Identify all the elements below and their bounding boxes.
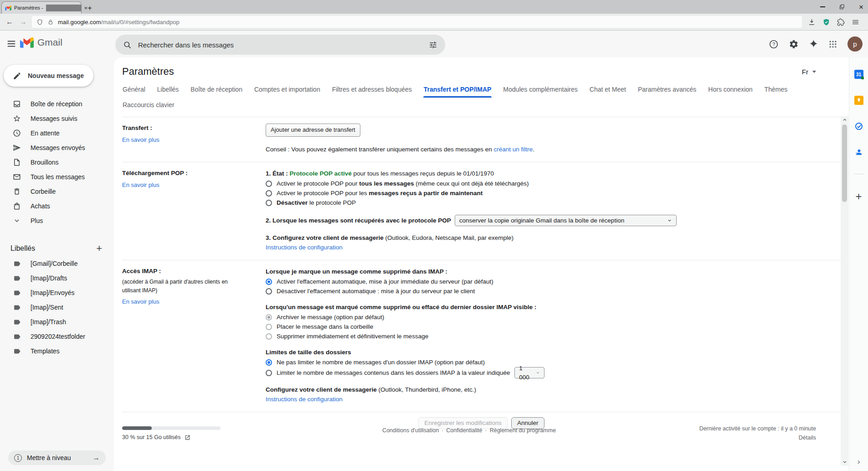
search-filter-icon[interactable] bbox=[429, 41, 437, 49]
forwarding-learn-more-link[interactable]: En savoir plus bbox=[122, 135, 159, 145]
sidebar-item-purchases[interactable]: Achats bbox=[0, 199, 114, 213]
pop-option-disable[interactable]: Désactiver le protocole POP bbox=[266, 198, 841, 207]
create-label-icon[interactable]: + bbox=[96, 243, 102, 254]
radio-unselected-disabled[interactable] bbox=[266, 324, 272, 330]
language-selector[interactable]: Fr bbox=[802, 68, 816, 76]
tab-keyboard-shortcuts[interactable]: Raccourcis clavier bbox=[122, 98, 175, 113]
google-apps-icon[interactable] bbox=[828, 40, 837, 49]
terms-link[interactable]: Conditions d'utilisation bbox=[382, 427, 439, 434]
tab-labels[interactable]: Libellés bbox=[157, 83, 179, 98]
label-item[interactable]: [Gmail]/Corbeille bbox=[0, 256, 114, 271]
radio-selected[interactable] bbox=[266, 279, 272, 285]
search-icon[interactable] bbox=[123, 41, 132, 49]
label-item[interactable]: [Imap]/Drafts bbox=[0, 271, 114, 285]
imap-option-limit[interactable]: Limiter le nombre de messages contenus d… bbox=[266, 367, 841, 378]
tab-accounts[interactable]: Comptes et importation bbox=[254, 83, 321, 98]
scroll-up-icon[interactable] bbox=[841, 116, 848, 124]
url-bar[interactable]: mail.google.com/mail/u/0/#settings/fwdan… bbox=[32, 16, 802, 28]
sidebar-item-sent[interactable]: Messages envoyés bbox=[0, 140, 114, 155]
pop-action-select[interactable]: conserver la copie originale Gmail dans … bbox=[455, 215, 677, 226]
tab-chat-meet[interactable]: Chat et Meet bbox=[589, 83, 627, 98]
tab-advanced[interactable]: Paramètres avancés bbox=[637, 83, 697, 98]
browser-menu-icon[interactable] bbox=[852, 18, 859, 26]
pop-option-from-now[interactable]: Activer le protocole POP pour les messag… bbox=[266, 188, 841, 198]
sidebar-item-drafts[interactable]: Brouillons bbox=[0, 155, 114, 170]
sidebar-item-trash[interactable]: Corbeille bbox=[0, 184, 114, 199]
gemini-icon[interactable] bbox=[809, 39, 818, 49]
upgrade-button[interactable]: 1 Mettre à niveau → bbox=[8, 450, 106, 465]
forward-icon[interactable]: → bbox=[16, 18, 30, 26]
sidebar-item-snoozed[interactable]: En attente bbox=[0, 126, 114, 140]
sidebar-item-inbox[interactable]: Boîte de réception bbox=[0, 97, 114, 111]
radio-unselected[interactable] bbox=[266, 288, 272, 295]
program-policies-link[interactable]: Règlement du programme bbox=[490, 427, 556, 434]
calendar-icon[interactable]: 31 bbox=[854, 70, 863, 79]
imap-config-instructions-link[interactable]: Instructions de configuration bbox=[266, 396, 343, 403]
downloads-icon[interactable] bbox=[808, 18, 816, 26]
hide-side-panel-icon[interactable]: › bbox=[849, 457, 868, 466]
radio-unselected[interactable] bbox=[266, 370, 272, 376]
label-item[interactable]: [Imap]/Trash bbox=[0, 315, 114, 329]
vertical-scrollbar[interactable] bbox=[841, 116, 848, 466]
sidebar-item-more[interactable]: Plus bbox=[0, 213, 114, 228]
lock-icon[interactable] bbox=[47, 19, 54, 26]
tab-themes[interactable]: Thèmes bbox=[764, 83, 788, 98]
imap-option-archive[interactable]: Archiver le message (option par défaut) bbox=[266, 312, 841, 322]
tab-filters[interactable]: Filtres et adresses bloquées bbox=[332, 83, 412, 98]
new-tab-button[interactable]: + bbox=[87, 4, 92, 12]
privacy-link[interactable]: Confidentialité bbox=[446, 427, 482, 434]
pop-option-all-mail[interactable]: Activer le protocole POP pour tous les m… bbox=[266, 179, 841, 188]
get-addons-icon[interactable]: + bbox=[855, 191, 862, 202]
search-input[interactable] bbox=[138, 41, 422, 49]
gmail-logo[interactable]: Gmail bbox=[20, 37, 62, 48]
url-text[interactable]: mail.google.com/mail/u/0/#settings/fwdan… bbox=[58, 19, 180, 26]
pop-config-instructions-link[interactable]: Instructions de configuration bbox=[266, 244, 343, 251]
tab-offline[interactable]: Hors connexion bbox=[708, 83, 753, 98]
window-close-icon[interactable]: × bbox=[859, 3, 863, 11]
label-item[interactable]: [Imap]/Envoyés bbox=[0, 285, 114, 300]
tasks-icon[interactable] bbox=[854, 122, 863, 131]
imap-option-auto-expunge-on[interactable]: Activer l'effacement automatique, mise à… bbox=[266, 277, 841, 286]
sidebar-item-all-mail[interactable]: Tous les messages bbox=[0, 170, 114, 184]
extensions-puzzle-icon[interactable] bbox=[837, 18, 845, 26]
radio-unselected[interactable] bbox=[266, 200, 272, 206]
imap-option-no-limit[interactable]: Ne pas limiter le nombre de messages d'u… bbox=[266, 357, 841, 367]
contacts-icon[interactable] bbox=[854, 148, 863, 157]
add-forwarding-address-button[interactable]: Ajouter une adresse de transfert bbox=[266, 124, 360, 137]
scroll-down-icon[interactable] bbox=[841, 458, 848, 466]
search-bar[interactable] bbox=[115, 35, 445, 55]
label-item[interactable]: 29092024testfolder bbox=[0, 329, 114, 344]
radio-unselected-disabled[interactable] bbox=[266, 333, 272, 340]
external-link-icon[interactable] bbox=[185, 435, 190, 440]
keep-icon[interactable] bbox=[854, 96, 863, 105]
compose-button[interactable]: Nouveau message bbox=[4, 65, 93, 87]
window-minimize-icon[interactable] bbox=[820, 6, 825, 7]
tab-inbox[interactable]: Boîte de réception bbox=[190, 83, 243, 98]
radio-selected-disabled[interactable] bbox=[266, 314, 272, 321]
create-filter-link[interactable]: créant un filtre bbox=[494, 146, 533, 153]
account-avatar[interactable]: p bbox=[847, 36, 863, 52]
label-item[interactable]: Templates bbox=[0, 344, 114, 358]
back-icon[interactable]: ← bbox=[3, 18, 16, 26]
scrollbar-thumb[interactable] bbox=[842, 124, 847, 202]
radio-unselected[interactable] bbox=[266, 181, 272, 187]
imap-option-trash[interactable]: Placer le message dans la corbeille bbox=[266, 322, 841, 331]
imap-option-auto-expunge-off[interactable]: Désactiver l'effacement automatique : mi… bbox=[266, 286, 841, 296]
details-link[interactable]: Détails bbox=[799, 435, 816, 441]
radio-selected[interactable] bbox=[266, 359, 272, 366]
help-icon[interactable]: ? bbox=[769, 39, 779, 49]
radio-unselected[interactable] bbox=[266, 190, 272, 197]
window-restore-icon[interactable] bbox=[839, 4, 845, 10]
tab-forwarding-pop-imap[interactable]: Transfert et POP/IMAP bbox=[423, 83, 492, 98]
settings-gear-icon[interactable] bbox=[789, 39, 799, 49]
adblock-shield-icon[interactable] bbox=[822, 18, 830, 26]
shield-permissions-icon[interactable] bbox=[36, 19, 43, 26]
imap-learn-more-link[interactable]: En savoir plus bbox=[122, 297, 159, 306]
imap-limit-select[interactable]: 1 000 bbox=[514, 367, 544, 378]
main-menu-icon[interactable] bbox=[6, 39, 16, 49]
browser-tab[interactable]: Paramètres - × bbox=[1, 1, 82, 14]
imap-option-delete-forever[interactable]: Supprimer immédiatement et définitivemen… bbox=[266, 331, 841, 341]
sidebar-item-starred[interactable]: Messages suivis bbox=[0, 111, 114, 126]
label-item[interactable]: [Imap]/Sent bbox=[0, 300, 114, 315]
tab-general[interactable]: Général bbox=[122, 83, 146, 98]
